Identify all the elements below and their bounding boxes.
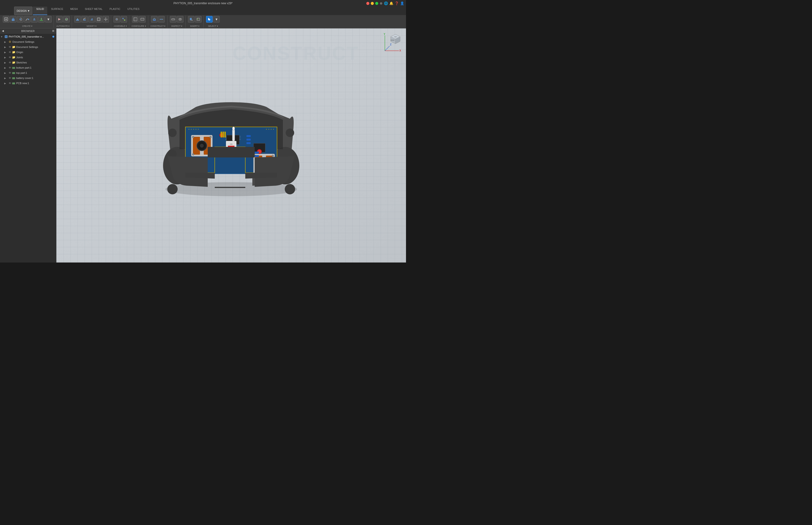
canvas-icon[interactable]	[195, 16, 202, 22]
add-tab-icon[interactable]: ⊕	[380, 1, 383, 5]
svg-point-126	[167, 184, 178, 194]
tree-item-sketches[interactable]: ▶ 👁 📁 Sketches	[0, 60, 56, 65]
joints-visibility-icon[interactable]: 👁	[8, 56, 12, 59]
shell-icon[interactable]	[95, 16, 102, 22]
browser-settings-icon[interactable]: ⊞	[52, 29, 54, 32]
origin-visibility-icon[interactable]: 👁	[8, 50, 12, 54]
tree-item-joints[interactable]: ▶ 👁 📁 Joints	[0, 55, 56, 60]
tree-item-root[interactable]: ▼ PHYTION_005_transmitter e...	[0, 34, 56, 39]
sweep-icon[interactable]	[24, 16, 31, 22]
tree-item-top-part[interactable]: ▶ 👁 top part:1	[0, 70, 56, 75]
maximize-button[interactable]	[375, 2, 378, 5]
close-button[interactable]	[366, 2, 369, 5]
model-svg: ON ON	[149, 81, 313, 198]
battery-body-icon	[12, 76, 16, 80]
configure-icon1[interactable]	[132, 16, 139, 22]
tab-plastic[interactable]: PLASTIC	[106, 6, 124, 15]
user-icon[interactable]: 👤	[400, 1, 404, 5]
minimize-button[interactable]	[371, 2, 374, 5]
move-icon[interactable]	[103, 16, 109, 22]
named-views-folder-icon: 📁	[12, 45, 16, 49]
tab-mesh[interactable]: MESH	[67, 6, 81, 15]
collapse-sidebar-icon[interactable]: ◀	[2, 29, 4, 32]
new-component-icon[interactable]	[3, 16, 10, 22]
fillet-icon[interactable]	[81, 16, 88, 22]
tree-item-battery-cover[interactable]: ▶ 👁 battery cover:1	[0, 75, 56, 80]
svg-marker-18	[105, 17, 106, 18]
automate-icon2[interactable]	[63, 16, 70, 22]
svg-point-70	[200, 144, 204, 148]
svg-rect-6	[28, 19, 29, 20]
bell-icon[interactable]: 🔔	[389, 1, 393, 5]
bottum-label: bottum part:1	[16, 66, 55, 69]
insert-derive-icon[interactable]	[188, 16, 195, 22]
battery-visibility-icon[interactable]: 👁	[8, 76, 12, 80]
svg-rect-36	[171, 19, 175, 20]
tree-item-named-views[interactable]: ▶ 👁 📁 Document Settings	[0, 44, 56, 49]
tree-arrow-doc: ▶	[4, 41, 8, 43]
tree-arrow-bottum: ▶	[4, 66, 8, 69]
top-visibility-icon[interactable]: 👁	[8, 71, 12, 75]
tree-item-bottum-part[interactable]: ▶ 👁 bottum part:1	[0, 65, 56, 70]
select-group: ▼ SELECT ▾	[204, 15, 221, 28]
svg-rect-42	[190, 18, 192, 20]
browser-title: BROWSER	[21, 30, 35, 32]
loft-icon[interactable]	[31, 16, 37, 22]
svg-rect-25	[124, 19, 125, 21]
revolve-icon[interactable]	[17, 16, 24, 22]
tree-item-doc-settings[interactable]: ▶ ⚙ Document Settings	[0, 39, 56, 44]
chamfer-icon[interactable]	[88, 16, 95, 22]
tab-utilities[interactable]: UTILITIES	[124, 6, 143, 15]
svg-point-115	[193, 129, 194, 130]
sketches-visibility-icon[interactable]: 👁	[8, 61, 12, 64]
svg-rect-29	[141, 18, 144, 20]
svg-point-100	[232, 127, 235, 131]
select-icon[interactable]	[206, 16, 213, 22]
svg-point-23	[116, 19, 117, 20]
tab-surface[interactable]: SURFACE	[48, 6, 66, 15]
svg-rect-127	[208, 147, 255, 158]
viewport[interactable]: CONSTRUCT	[56, 28, 406, 262]
svg-marker-7	[33, 18, 35, 20]
tree-item-origin[interactable]: ▶ 👁 📁 Origin	[0, 49, 56, 55]
automate-icon1[interactable]	[56, 16, 63, 22]
extrude-icon[interactable]	[10, 16, 16, 22]
browser-header: ◀ BROWSER ⊞	[0, 28, 56, 34]
tab-sheet-metal[interactable]: SHEET METAL	[81, 6, 106, 15]
construct-icon2[interactable]	[158, 16, 165, 22]
doc-settings-label: Document Settings	[13, 41, 55, 43]
globe-icon[interactable]: 🌐	[384, 1, 388, 5]
automate-group: AUTOMATE ▾	[54, 15, 72, 28]
construct-icon1[interactable]	[151, 16, 158, 22]
antenna	[232, 127, 235, 141]
svg-point-35	[161, 19, 162, 20]
named-views-visibility-icon[interactable]: 👁	[8, 45, 12, 49]
bottum-visibility-icon[interactable]: 👁	[8, 66, 12, 70]
help-icon[interactable]: ❓	[395, 1, 399, 5]
svg-point-47	[197, 18, 198, 19]
press-pull-icon[interactable]	[74, 16, 81, 22]
configure-icon2[interactable]	[139, 16, 146, 22]
automate-icons	[56, 16, 70, 22]
interference-icon[interactable]	[177, 16, 184, 22]
construct-label: CONSTRUCT ▾	[151, 25, 166, 27]
rib-icon[interactable]	[38, 16, 45, 22]
svg-marker-19	[105, 20, 106, 21]
insert-icons	[188, 16, 202, 22]
design-dropdown[interactable]: DESIGN ▼	[14, 6, 32, 15]
tree-item-pcb[interactable]: ▶ 👁 PCB new:1	[0, 80, 56, 86]
viewcube[interactable]: X Y Z TOP	[383, 33, 401, 52]
measure-icon[interactable]	[170, 16, 177, 22]
as-built-joint-icon[interactable]	[121, 16, 127, 22]
top-part-label: top part:1	[16, 72, 55, 74]
tab-solid[interactable]: SOLID	[33, 6, 47, 15]
select-dropdown[interactable]: ▼	[213, 16, 220, 22]
svg-rect-53	[12, 82, 15, 84]
joint-icon[interactable]	[113, 16, 120, 22]
configure-label: CONFIGURE ▾	[132, 25, 146, 27]
modify-icons	[74, 16, 109, 22]
more-create-icon[interactable]: ▼	[45, 16, 52, 22]
svg-point-121	[273, 129, 274, 130]
tree-arrow-named-views: ▶	[4, 46, 8, 48]
pcb-visibility-icon[interactable]: 👁	[8, 81, 12, 85]
